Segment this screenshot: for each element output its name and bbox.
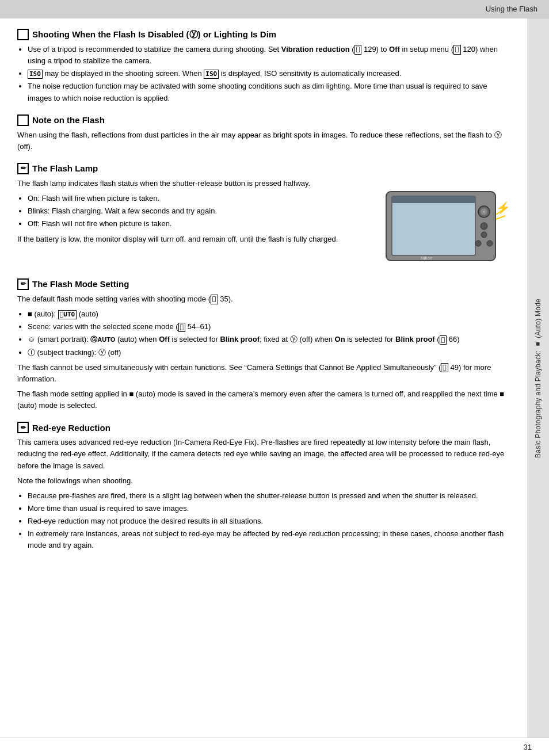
flash-mode-body1: The default flash mode setting varies wi…	[17, 293, 510, 305]
list-item: ☺ (smart portrait): ⒼAUTO (auto) when Of…	[28, 334, 510, 345]
section-heading-1: Shooting When the Flash Is Disabled (ⓨ) …	[32, 29, 276, 40]
check-icon-1: ✓	[17, 29, 29, 40]
main-content: ✓ Shooting When the Flash Is Disabled (ⓨ…	[0, 18, 549, 738]
page-header: Using the Flash	[0, 0, 549, 18]
pencil-icon-3: ✏	[17, 422, 29, 433]
section-red-eye: ✏ Red-eye Reduction This camera uses adv…	[17, 422, 510, 551]
svg-point-7	[481, 223, 487, 230]
section-title-4: ✏ The Flash Mode Setting	[17, 278, 510, 290]
flash-mode-body3: The flash mode setting applied in ■ (aut…	[17, 388, 510, 411]
flash-lamp-body2: If the battery is low, the monitor displ…	[17, 234, 372, 245]
list-item: More time than usual is required to save…	[28, 503, 510, 514]
flash-mode-body2: The flash cannot be used simultaneously …	[17, 362, 510, 385]
flash-lamp-bullets: On: Flash will fire when picture is take…	[28, 193, 372, 230]
list-item: Off: Flash will not fire when picture is…	[28, 218, 372, 230]
header-title: Using the Flash	[486, 5, 537, 13]
pencil-icon-2: ✏	[17, 278, 29, 290]
pencil-icon-1: ✏	[17, 163, 29, 174]
page: Using the Flash ✓ Shooting When the Flas…	[0, 0, 549, 756]
camera-svg: Nikon ⚡	[383, 180, 510, 266]
svg-point-9	[475, 240, 481, 246]
content-area: ✓ Shooting When the Flash Is Disabled (ⓨ…	[0, 18, 527, 738]
red-eye-body2: Note the followings when shooting.	[17, 475, 510, 487]
list-item: Scene: varies with the selected scene mo…	[28, 321, 510, 333]
svg-rect-1	[392, 196, 475, 255]
flash-mode-bullets: ■ (auto): 𤯊UTO (auto) Scene: varies with…	[28, 308, 510, 358]
list-item: On: Flash will fire when picture is take…	[28, 193, 372, 204]
list-item: Use of a tripod is recommended to stabil…	[28, 44, 510, 67]
red-eye-body1: This camera uses advanced red-eye reduct…	[17, 437, 510, 471]
svg-text:Nikon: Nikon	[421, 255, 432, 261]
list-item: Red-eye reduction may not produce the de…	[28, 516, 510, 527]
section-title-1: ✓ Shooting When the Flash Is Disabled (ⓨ…	[17, 29, 510, 40]
list-item: ISO may be displayed in the shooting scr…	[28, 68, 510, 79]
flash-lamp-row: The flash lamp indicates flash status wh…	[17, 178, 510, 268]
section-heading-4: The Flash Mode Setting	[32, 279, 129, 289]
list-item: Because pre-flashes are fired, there is …	[28, 490, 510, 502]
page-number: 31	[524, 743, 532, 751]
list-item: ■ (auto): 𤯊UTO (auto)	[28, 308, 510, 320]
section-flash-lamp: ✏ The Flash Lamp The flash lamp indicate…	[17, 163, 510, 268]
svg-point-6	[483, 211, 485, 213]
svg-rect-2	[392, 196, 475, 203]
flash-lamp-text: The flash lamp indicates flash status wh…	[17, 178, 372, 249]
camera-diagram: Nikon ⚡	[383, 180, 510, 268]
section-title-3: ✏ The Flash Lamp	[17, 163, 510, 174]
svg-line-13	[496, 216, 505, 219]
note-flash-body: When using the flash, reflections from d…	[17, 129, 510, 152]
section-flash-mode: ✏ The Flash Mode Setting The default fla…	[17, 278, 510, 411]
section-1-bullets: Use of a tripod is recommended to stabil…	[28, 44, 510, 104]
flash-lamp-body1: The flash lamp indicates flash status wh…	[17, 178, 372, 189]
section-title-5: ✏ Red-eye Reduction	[17, 422, 510, 433]
svg-point-8	[481, 232, 487, 238]
section-title-2: ✓ Note on the Flash	[17, 114, 510, 126]
check-icon-2: ✓	[17, 114, 29, 126]
sidebar-label: Basic Photography and Playback: ■ (Auto)…	[534, 299, 542, 458]
section-shooting-flash-disabled: ✓ Shooting When the Flash Is Disabled (ⓨ…	[17, 29, 510, 104]
list-item: Blinks: Flash charging. Wait a few secon…	[28, 205, 372, 217]
list-item: The noise reduction function may be acti…	[28, 81, 510, 104]
section-heading-3: The Flash Lamp	[32, 163, 98, 173]
list-item: Ⓘ (subject tracking): ⓨ (off)	[28, 347, 510, 358]
list-item: In extremely rare instances, areas not s…	[28, 528, 510, 551]
section-heading-2: Note on the Flash	[32, 115, 105, 125]
section-heading-5: Red-eye Reduction	[32, 423, 110, 433]
sidebar: Basic Photography and Playback: ■ (Auto)…	[527, 18, 549, 738]
svg-point-10	[487, 240, 493, 246]
page-footer: 31	[0, 738, 549, 756]
section-note-on-flash: ✓ Note on the Flash When using the flash…	[17, 114, 510, 152]
red-eye-bullets: Because pre-flashes are fired, there is …	[28, 490, 510, 552]
